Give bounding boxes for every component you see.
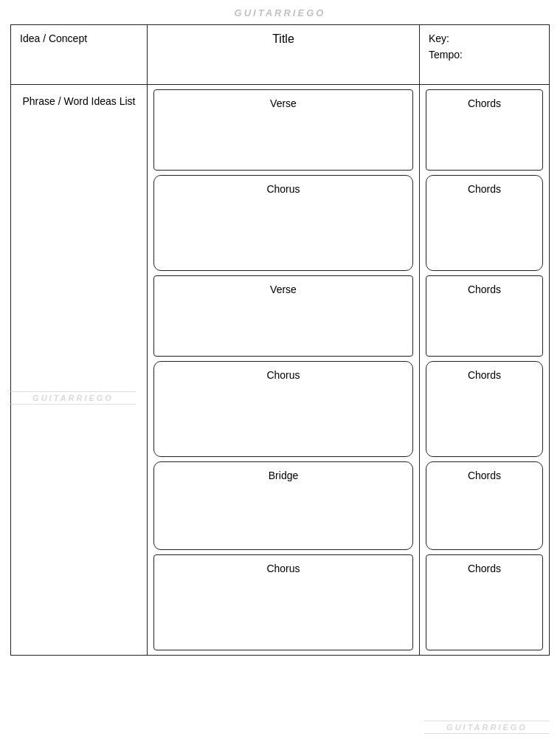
chords2-label: Chords: [468, 183, 501, 195]
verse1-box[interactable]: Verse: [153, 89, 413, 171]
phrase-word-label: Phrase / Word Ideas List: [22, 95, 135, 107]
chords4-box[interactable]: Chords: [426, 361, 543, 457]
chords5-box[interactable]: Chords: [426, 461, 543, 550]
bridge-label: Bridge: [269, 470, 298, 481]
bridge-box[interactable]: Bridge: [153, 461, 413, 550]
chords3-box[interactable]: Chords: [426, 275, 543, 357]
main-content-row: Phrase / Word Ideas List Verse Chorus Ve…: [11, 85, 549, 655]
chords6-label: Chords: [468, 563, 501, 574]
top-row: Idea / Concept Title Key: Tempo:: [11, 25, 549, 85]
chords-column: Chords Chords Chords Chords Chords Chord…: [420, 85, 549, 655]
chords4-label: Chords: [468, 369, 501, 381]
chords1-box[interactable]: Chords: [426, 89, 543, 171]
title-label: Title: [272, 32, 294, 46]
chords1-label: Chords: [468, 97, 501, 109]
key-tempo-cell[interactable]: Key: Tempo:: [420, 25, 549, 84]
chorus1-label: Chorus: [266, 183, 300, 195]
chords2-box[interactable]: Chords: [426, 175, 543, 271]
chorus2-box[interactable]: Chorus: [153, 361, 413, 457]
idea-concept-label: Idea / Concept: [20, 32, 87, 44]
watermark-mid: GUITARRIEGO: [10, 391, 136, 405]
verse1-label: Verse: [270, 97, 297, 109]
tempo-label: Tempo:: [429, 49, 540, 61]
chords6-box[interactable]: Chords: [426, 554, 543, 650]
verse2-box[interactable]: Verse: [153, 275, 413, 357]
key-label: Key:: [429, 32, 540, 44]
idea-concept-cell[interactable]: Idea / Concept: [11, 25, 148, 84]
chorus3-box[interactable]: Chorus: [153, 554, 413, 650]
watermark-bot: GUITARRIEGO: [424, 721, 550, 734]
title-cell[interactable]: Title: [148, 25, 420, 84]
phrase-word-sidebar[interactable]: Phrase / Word Ideas List: [11, 85, 148, 655]
chorus3-label: Chorus: [266, 563, 300, 574]
chords5-label: Chords: [468, 470, 501, 481]
chorus2-label: Chorus: [266, 369, 300, 381]
page: GUITARRIEGO Idea / Concept Title Key: Te…: [0, 0, 560, 756]
verse2-label: Verse: [270, 284, 297, 295]
sections-column: Verse Chorus Verse Chorus Bridge Chorus: [148, 85, 420, 655]
chords3-label: Chords: [468, 284, 501, 295]
watermark-top: GUITARRIEGO: [10, 7, 550, 18]
main-grid: Idea / Concept Title Key: Tempo: Phrase …: [10, 24, 550, 656]
chorus1-box[interactable]: Chorus: [153, 175, 413, 271]
